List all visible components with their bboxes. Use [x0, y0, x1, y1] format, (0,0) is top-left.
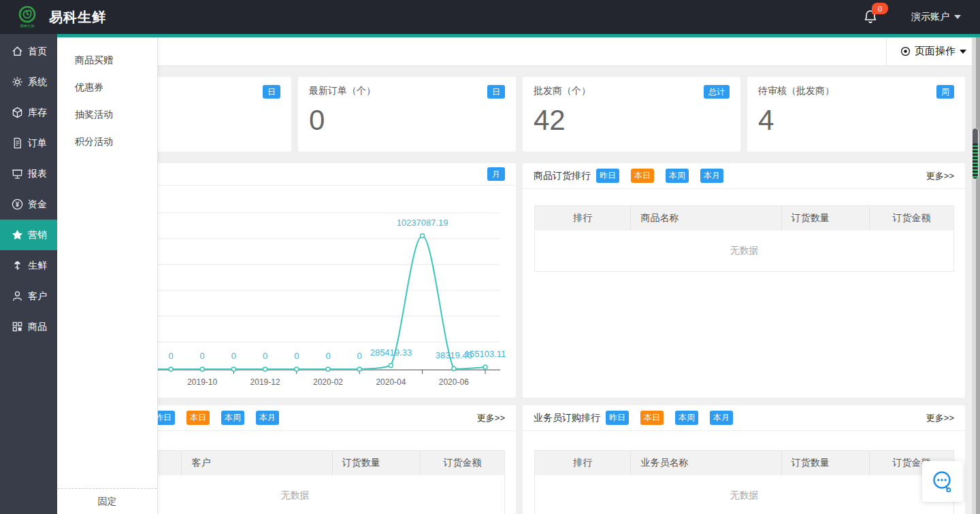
sidebar-item-funds[interactable]: 资金 [0, 189, 57, 220]
chevron-down-icon [954, 15, 961, 19]
chat-bubble-icon [930, 468, 956, 494]
svg-text:10237087.19: 10237087.19 [397, 218, 448, 228]
top-header: 摆摊生鲜 易科生鲜 0 演示账户 [0, 0, 980, 34]
home-icon [12, 46, 23, 57]
sidebar-item-goods[interactable]: 商品 [0, 311, 57, 342]
tree-icon [12, 260, 23, 271]
account-name: 演示账户 [911, 11, 949, 23]
sidebar-item-orders[interactable]: 订单 [0, 128, 57, 158]
svg-text:2019-10: 2019-10 [187, 377, 217, 387]
filter-week[interactable]: 本周 [666, 169, 689, 183]
submenu-item-lottery[interactable]: 抽奖活动 [57, 101, 157, 128]
stat-card-title: 待审核（批发商） [758, 85, 834, 99]
svg-text:0: 0 [168, 351, 173, 361]
stat-card-badge: 总计 [704, 85, 730, 99]
sidebar-item-label: 资金 [28, 199, 47, 211]
svg-text:2020-02: 2020-02 [313, 377, 343, 387]
stat-card-title: 最新订单（个） [309, 85, 376, 99]
panel-title: 商品订货排行 [534, 170, 591, 182]
sidebar-item-label: 生鲜 [28, 260, 47, 272]
sidebar-item-label: 首页 [28, 46, 47, 58]
sidebar-item-system[interactable]: 系统 [0, 67, 57, 97]
page-actions-dropdown[interactable]: 页面操作 [886, 37, 980, 65]
sidebar-item-marketing[interactable]: 营销 [0, 220, 57, 250]
account-menu[interactable]: 演示账户 [911, 11, 961, 23]
filter-today[interactable]: 本日 [186, 411, 210, 425]
accent-strip [57, 34, 980, 37]
submenu-pin-button[interactable]: 固定 [58, 488, 157, 514]
column-header-rank: 排行 [535, 451, 631, 475]
stat-card-pending-review: 待审核（批发商） 周 4 [747, 77, 965, 152]
stat-card-value: 4 [758, 104, 954, 137]
yen-circle-icon [12, 199, 23, 210]
page-actions-label: 页面操作 [915, 45, 956, 58]
stat-card-badge: 日 [263, 85, 280, 99]
filter-month[interactable]: 本月 [256, 411, 279, 425]
chat-widget-button[interactable] [922, 461, 963, 502]
sidebar-nav: 首页 系统 库存 订单 报表 资金 营销 生鲜 客户 商品 [0, 34, 57, 514]
stat-card-value: 0 [309, 104, 505, 137]
column-header-name: 商品名称 [631, 206, 781, 230]
cube-icon [12, 107, 23, 118]
sidebar-item-reports[interactable]: 报表 [0, 158, 57, 189]
column-header-amount: 订货金额 [870, 206, 953, 230]
star-icon [12, 229, 23, 241]
more-link[interactable]: 更多>> [926, 170, 954, 182]
stat-card-badge: 日 [487, 85, 505, 99]
more-link[interactable]: 更多>> [926, 412, 954, 424]
main-content: 日 最新订单（个） 日 0 批发商（个） 总计 42 待审核（批发商） 周 4 [57, 66, 980, 514]
filter-yesterday[interactable]: 昨日 [596, 169, 619, 183]
sidebar-item-label: 商品 [28, 321, 47, 333]
svg-text:285419.33: 285419.33 [370, 347, 412, 358]
sidebar-item-inventory[interactable]: 库存 [0, 97, 57, 128]
column-header-qty: 订货数量 [782, 206, 870, 230]
svg-text:2019-12: 2019-12 [250, 377, 280, 387]
sidebar-item-label: 报表 [28, 168, 47, 180]
sidebar-item-fresh[interactable]: 生鲜 [0, 250, 57, 281]
submenu-item-points[interactable]: 积分活动 [57, 128, 157, 156]
filter-yesterday[interactable]: 昨日 [606, 411, 629, 425]
logo-ring-icon [18, 5, 36, 23]
sidebar-item-label: 客户 [28, 290, 47, 303]
filter-today[interactable]: 本日 [631, 169, 654, 183]
notification-bell[interactable]: 0 [862, 8, 880, 26]
svg-text:155103.11: 155103.11 [465, 349, 506, 359]
column-header-rank: 排行 [535, 206, 631, 230]
document-icon [12, 137, 23, 149]
page-toolbar: 页面操作 [57, 37, 980, 66]
filter-month[interactable]: 本月 [700, 169, 723, 183]
grid-icon [12, 321, 23, 332]
svg-text:0: 0 [294, 351, 299, 361]
column-header-name: 客户 [182, 451, 332, 475]
chart-board-icon [12, 168, 23, 179]
filter-week[interactable]: 本周 [221, 411, 244, 425]
sidebar-item-label: 库存 [28, 107, 47, 119]
gear-icon [12, 76, 23, 88]
app-logo: 摆摊生鲜 [15, 5, 39, 29]
submenu-item-product-gift[interactable]: 商品买赠 [57, 47, 157, 74]
person-icon [12, 290, 23, 302]
salesman-ranking-table: 排行 业务员名称 订货数量 订货金额 无数据 [534, 450, 954, 514]
chevron-down-icon [960, 50, 966, 54]
svg-text:0: 0 [357, 351, 362, 361]
scrollbar-thumb[interactable] [972, 128, 979, 179]
sidebar-item-customers[interactable]: 客户 [0, 281, 57, 311]
stat-card-wholesalers: 批发商（个） 总计 42 [523, 77, 740, 152]
more-link[interactable]: 更多>> [477, 412, 505, 424]
salesman-ranking-panel: 业务员订购排行 昨日 本日 本周 本月 更多>> 排行 业务员名称 订货数量 订… [523, 405, 965, 514]
filter-week[interactable]: 本周 [675, 411, 698, 425]
logo-subtext: 摆摊生鲜 [20, 23, 35, 29]
sidebar-item-label: 订单 [28, 137, 47, 150]
svg-text:2020-04: 2020-04 [376, 377, 406, 387]
column-header-name: 业务员名称 [631, 451, 781, 475]
scrollbar-track[interactable] [972, 37, 980, 514]
svg-text:0: 0 [200, 351, 205, 361]
sidebar-item-home[interactable]: 首页 [0, 36, 57, 67]
notification-count-badge: 0 [872, 3, 888, 14]
svg-text:0: 0 [263, 351, 267, 361]
submenu-item-coupon[interactable]: 优惠券 [57, 74, 157, 101]
filter-month[interactable]: 本月 [710, 411, 733, 425]
filter-today[interactable]: 本日 [640, 411, 664, 425]
stat-cards-row: 日 最新订单（个） 日 0 批发商（个） 总计 42 待审核（批发商） 周 4 [74, 77, 965, 152]
marketing-submenu: 商品买赠 优惠券 抽奖活动 积分活动 固定 [57, 37, 158, 514]
